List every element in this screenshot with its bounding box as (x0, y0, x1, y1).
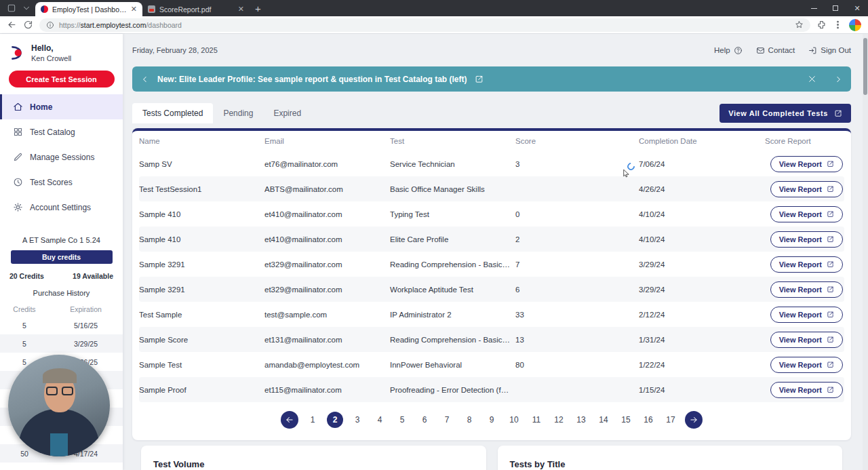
view-report-button[interactable]: View Report (770, 256, 843, 273)
minimize-icon[interactable] (803, 0, 825, 16)
browser-tab-dashboard[interactable]: EmployTest | Dashboard ✕ (35, 2, 142, 16)
cell-score: 6 (515, 286, 639, 294)
page-9[interactable]: 9 (484, 412, 500, 428)
page-6[interactable]: 6 (416, 412, 433, 428)
buy-credits-button[interactable]: Buy credits (11, 250, 113, 264)
page-17[interactable]: 17 (663, 412, 679, 428)
scrollbar-thumb[interactable] (863, 38, 867, 95)
cell-email: et115@mailinator.com (264, 386, 390, 394)
tests-by-title-card: Tests by Title (498, 446, 843, 470)
view-report-button[interactable]: View Report (770, 206, 843, 222)
contact-link[interactable]: Contact (756, 46, 795, 55)
table-row: Test Sampletest@sample.comIP Administrat… (139, 302, 844, 327)
tab-expired[interactable]: Expired (263, 103, 311, 123)
page-7[interactable]: 7 (439, 412, 455, 428)
page-8[interactable]: 8 (461, 412, 477, 428)
page-4[interactable]: 4 (372, 412, 388, 428)
page-3[interactable]: 3 (349, 412, 366, 428)
view-report-button[interactable]: View Report (770, 382, 843, 398)
tab-pending[interactable]: Pending (213, 103, 263, 123)
current-date: Friday, February 28, 2025 (132, 46, 218, 54)
external-link-icon (827, 260, 834, 268)
cell-completion-date: 4/10/24 (639, 235, 765, 243)
col-test: Test (390, 137, 515, 145)
page-13[interactable]: 13 (573, 412, 589, 428)
cell-name: Test TestSession1 (139, 185, 264, 193)
extensions-puzzle-icon[interactable] (816, 20, 827, 30)
tab-close-icon[interactable]: ✕ (238, 5, 244, 13)
close-icon[interactable]: ✕ (846, 0, 868, 16)
banner-prev-icon[interactable] (140, 75, 150, 84)
banner-next-icon[interactable] (833, 75, 843, 84)
main-content: Friday, February 28, 2025 Help Contact (123, 34, 868, 470)
sidebar-item-test-scores[interactable]: Test Scores (0, 170, 123, 195)
back-icon[interactable] (7, 20, 17, 30)
signout-link[interactable]: Sign Out (808, 46, 851, 55)
new-tab-button[interactable]: + (255, 3, 261, 14)
webcam-person-shirt (50, 433, 68, 456)
cell-score-report: View Report (765, 332, 844, 348)
view-all-completed-tests-button[interactable]: View All Completed Tests (719, 104, 851, 123)
tab-search-icon[interactable] (22, 3, 31, 13)
url-host: start.employtest.com (81, 21, 146, 29)
cell-name: Samp SV (139, 160, 264, 168)
tab-tests-completed[interactable]: Tests Completed (132, 103, 213, 123)
url-scheme: https:// (59, 21, 81, 29)
banner-close-icon[interactable] (808, 75, 816, 83)
view-report-button[interactable]: View Report (770, 281, 843, 298)
refresh-icon[interactable] (23, 20, 33, 30)
cell-test: Service Technician (390, 160, 515, 168)
page-5[interactable]: 5 (394, 412, 410, 428)
view-report-button[interactable]: View Report (770, 181, 843, 197)
window-controls: ✕ (803, 0, 868, 16)
page-2[interactable]: 2 (327, 412, 343, 428)
cell-email: et131@mailinator.com (264, 336, 390, 344)
sidebar-item-home[interactable]: Home (0, 94, 123, 119)
view-report-button[interactable]: View Report (770, 156, 843, 172)
sidebar-item-test-catalog[interactable]: Test Catalog (0, 119, 123, 144)
tab-close-icon[interactable]: ✕ (131, 5, 137, 13)
view-report-button[interactable]: View Report (770, 357, 843, 373)
browser-tab-strip: EmployTest | Dashboard ✕ ScoreReport.pdf… (0, 0, 868, 16)
browser-tab-scorereport[interactable]: ScoreReport.pdf ✕ (142, 2, 250, 16)
address-bar[interactable]: https://start.employtest.com/dashboard (39, 18, 810, 32)
menu-dots-icon[interactable] (833, 20, 843, 30)
purchase-history-title: Purchase History (0, 289, 123, 297)
sidebar-item-account-settings[interactable]: Account Settings (0, 195, 123, 220)
col-score-report: Score Report (765, 137, 844, 145)
view-report-button[interactable]: View Report (770, 307, 843, 323)
webcam-overlay[interactable] (8, 355, 110, 456)
bookmark-star-icon[interactable] (795, 20, 804, 29)
cell-completion-date: 1/31/24 (639, 336, 765, 344)
view-report-button[interactable]: View Report (770, 231, 843, 248)
page-11[interactable]: 11 (528, 412, 545, 428)
create-test-session-button[interactable]: Create Test Session (9, 71, 115, 87)
cell-score-report: View Report (765, 156, 844, 172)
help-link[interactable]: Help (714, 46, 743, 55)
view-report-label: View Report (779, 185, 822, 193)
pagination-next-icon[interactable] (685, 411, 703, 429)
page-scrollbar[interactable] (863, 34, 868, 470)
cell-email: et76@mailinator.com (264, 160, 390, 168)
credits-summary: 20 Credits 19 Available (0, 272, 123, 280)
webcam-person-glasses (46, 387, 58, 395)
page-12[interactable]: 12 (551, 412, 567, 428)
page-14[interactable]: 14 (595, 412, 612, 428)
table-row: Sample 410et410@mailinator.comElite Care… (139, 227, 844, 252)
sidebar-item-manage-sessions[interactable]: Manage Sessions (0, 144, 123, 170)
page-10[interactable]: 10 (506, 412, 522, 428)
maximize-icon[interactable] (825, 0, 846, 16)
profile-avatar[interactable] (849, 19, 861, 31)
table-row: Sample Proofet115@mailinator.comProofrea… (139, 377, 844, 402)
sidebar-item-label: Test Catalog (30, 128, 75, 137)
pagination-prev-icon[interactable] (281, 411, 298, 429)
view-report-button[interactable]: View Report (770, 332, 843, 348)
site-info-icon[interactable] (46, 21, 54, 29)
page-16[interactable]: 16 (640, 412, 656, 428)
banner-external-link-icon[interactable] (475, 75, 484, 83)
cell-email: amandab@employtest.com (264, 361, 390, 369)
page-15[interactable]: 15 (618, 412, 634, 428)
mouse-cursor (622, 168, 631, 180)
view-report-label: View Report (779, 361, 822, 369)
page-1[interactable]: 1 (304, 412, 321, 428)
